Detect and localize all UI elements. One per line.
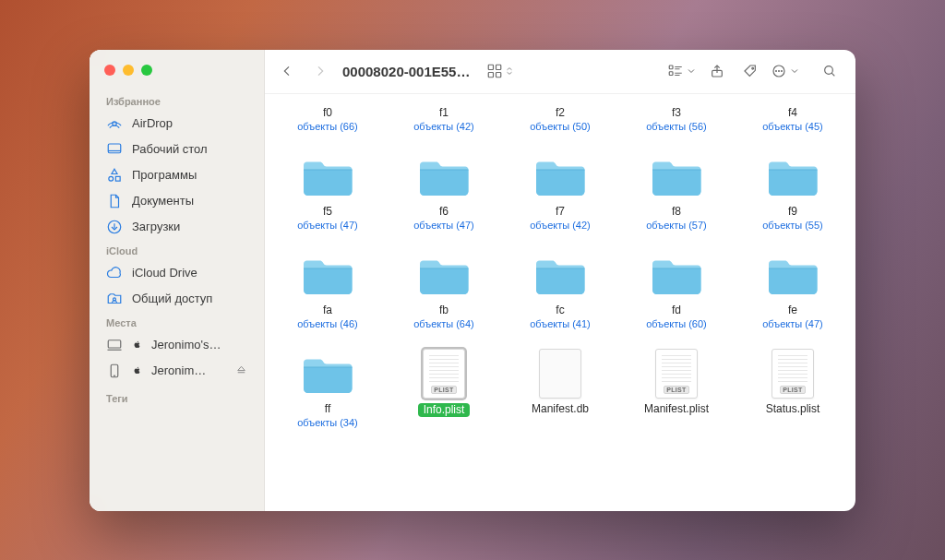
- item-name-label: f5: [323, 206, 332, 218]
- group-by-button[interactable]: [667, 63, 697, 79]
- sidebar-item[interactable]: Общий доступ: [90, 286, 264, 312]
- folder-item[interactable]: f2объекты (50): [507, 98, 614, 132]
- folder-item[interactable]: f6объекты (47): [390, 149, 497, 231]
- item-sub-label: объекты (50): [530, 121, 591, 132]
- svg-rect-17: [669, 72, 673, 76]
- item-name-label: f4: [788, 107, 797, 119]
- nav-forward-button[interactable]: [307, 58, 333, 84]
- folder-item[interactable]: fdобъекты (60): [623, 247, 730, 329]
- more-actions-button[interactable]: [771, 63, 800, 79]
- share-button[interactable]: [704, 58, 730, 84]
- item-name-label: ff: [325, 403, 330, 415]
- folder-item[interactable]: f7объекты (42): [507, 149, 614, 231]
- item-sub-label: объекты (42): [413, 121, 474, 132]
- sidebar-section-title: Избранное: [90, 90, 264, 111]
- folder-item[interactable]: faобъекты (46): [274, 247, 381, 329]
- sidebar-item-label: Рабочий стол: [132, 142, 208, 156]
- file-item[interactable]: Manifest.db: [507, 346, 614, 428]
- svg-rect-1: [108, 144, 121, 153]
- item-sub-label: объекты (57): [646, 220, 707, 231]
- minimize-window-button[interactable]: [123, 65, 134, 76]
- item-name-label: Status.plist: [766, 403, 820, 415]
- item-sub-label: объекты (41): [530, 318, 591, 329]
- sidebar-item-label: Общий доступ: [132, 292, 212, 305]
- sidebar-section-title: Места: [90, 312, 264, 332]
- sidebar-item[interactable]: Программы: [90, 162, 264, 188]
- sidebar-item-label: AirDrop: [132, 116, 173, 130]
- sidebar-item[interactable]: Рабочий стол: [90, 137, 264, 162]
- zoom-window-button[interactable]: [141, 65, 152, 76]
- sidebar-item-label: Jeronimo's…: [151, 338, 221, 351]
- item-sub-label: объекты (47): [297, 220, 358, 231]
- file-grid-scroll[interactable]: f0объекты (66)f1объекты (42)f2объекты (5…: [265, 94, 855, 511]
- svg-rect-15: [496, 73, 501, 77]
- folder-icon: [298, 350, 357, 398]
- folder-item[interactable]: feобъекты (47): [739, 247, 846, 329]
- folder-item[interactable]: fcобъекты (41): [507, 247, 614, 329]
- sidebar-item[interactable]: Jeronim…: [90, 358, 264, 384]
- toolbar: 00008020-001E55…: [265, 50, 855, 94]
- cloud-icon: [106, 265, 123, 281]
- item-name-label: f3: [672, 107, 681, 119]
- svg-rect-7: [108, 340, 121, 347]
- item-sub-label: объекты (34): [297, 417, 358, 428]
- folder-item[interactable]: f0объекты (66): [274, 98, 381, 132]
- sidebar-item[interactable]: AirDrop: [90, 111, 264, 137]
- shared-icon: [106, 291, 123, 307]
- search-button[interactable]: [817, 58, 843, 84]
- close-window-button[interactable]: [104, 65, 115, 76]
- folder-icon: [531, 251, 590, 299]
- item-name-label: fd: [672, 304, 681, 316]
- item-name-label: Manifest.db: [532, 403, 589, 415]
- folder-item[interactable]: fbобъекты (64): [390, 247, 497, 329]
- eject-icon[interactable]: [235, 363, 247, 378]
- plist-file-icon: PLIST: [763, 350, 822, 398]
- plist-file-icon: PLIST: [414, 350, 473, 398]
- item-name-label: f1: [439, 107, 449, 119]
- svg-rect-16: [669, 66, 673, 69]
- folder-item[interactable]: f9объекты (55): [739, 149, 846, 231]
- folder-icon: [414, 152, 473, 200]
- folder-item[interactable]: f5объекты (47): [274, 149, 381, 231]
- nav-back-button[interactable]: [274, 58, 300, 84]
- sidebar-item[interactable]: iCloud Drive: [90, 260, 264, 286]
- file-grid: f0объекты (66)f1объекты (42)f2объекты (5…: [274, 98, 846, 429]
- airdrop-icon: [106, 115, 123, 132]
- file-item[interactable]: PLISTManifest.plist: [623, 346, 730, 428]
- svg-rect-4: [115, 176, 120, 181]
- folder-item[interactable]: f8объекты (57): [623, 149, 730, 231]
- tags-button[interactable]: [737, 58, 763, 84]
- svg-point-3: [109, 176, 114, 181]
- item-name-label: fe: [788, 304, 797, 316]
- folder-item[interactable]: ffобъекты (34): [274, 346, 381, 428]
- item-name-label: f8: [672, 206, 681, 218]
- folder-icon: [763, 152, 822, 200]
- folder-item[interactable]: f4объекты (45): [739, 98, 846, 132]
- item-sub-label: объекты (42): [530, 220, 591, 231]
- item-sub-label: объекты (47): [413, 220, 474, 231]
- item-sub-label: объекты (66): [297, 121, 358, 132]
- file-item[interactable]: PLISTInfo.plist: [390, 346, 497, 428]
- sidebar-section-title: iCloud: [90, 240, 264, 260]
- folder-icon: [298, 152, 357, 200]
- svg-point-27: [782, 71, 783, 72]
- folder-item[interactable]: f3объекты (56): [623, 98, 730, 132]
- sidebar-item[interactable]: Загрузки: [90, 214, 264, 240]
- sidebar-section-tags: Теги: [90, 384, 264, 413]
- sidebar-item[interactable]: Jeronimo's…: [90, 332, 264, 358]
- folder-item[interactable]: f1объекты (42): [390, 98, 497, 132]
- folder-icon: [763, 251, 822, 299]
- finder-window: ИзбранноеAirDropРабочий столПрограммыДок…: [90, 50, 855, 511]
- view-mode-icon-button[interactable]: [486, 63, 514, 79]
- item-name-label: Info.plist: [418, 403, 471, 417]
- file-item[interactable]: PLISTStatus.plist: [739, 346, 846, 428]
- apple-logo-icon: [132, 340, 142, 350]
- documents-icon: [106, 193, 123, 209]
- sidebar-item[interactable]: Документы: [90, 188, 264, 214]
- mac-icon: [106, 337, 123, 353]
- svg-point-28: [825, 66, 833, 75]
- sidebar: ИзбранноеAirDropРабочий столПрограммыДок…: [90, 50, 265, 511]
- sidebar-item-label: Программы: [132, 168, 197, 182]
- item-name-label: Manifest.plist: [644, 403, 709, 415]
- folder-icon: [298, 251, 357, 299]
